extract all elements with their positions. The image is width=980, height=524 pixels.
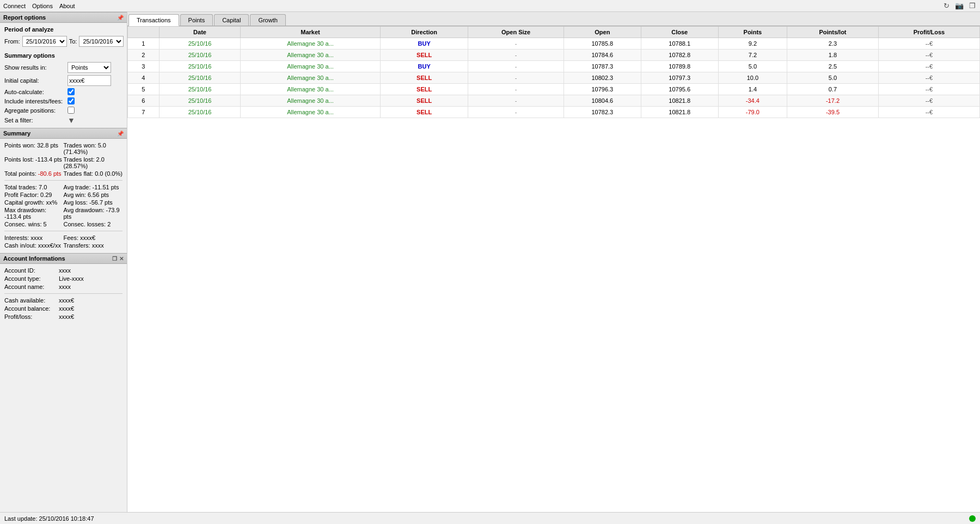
cell-direction: SELL [380, 72, 468, 84]
account-balance-label: Account balance: [4, 305, 59, 312]
trades-won: Trades won: 5.0 (71.43%) [64, 142, 123, 155]
table-row[interactable]: 3 25/10/16 Allemagne 30 a... BUY - 10787… [128, 61, 980, 72]
cell-open-size: - [468, 107, 564, 118]
avg-drawdown: Avg drawdown: -73.9 pts [64, 207, 123, 220]
menu-about[interactable]: About [59, 3, 75, 9]
consec-wins: Consec. wins: 5 [4, 221, 64, 227]
cell-open: 10782.3 [564, 107, 641, 118]
trades-lost: Trades lost: 2.0 (28.57%) [64, 156, 123, 169]
tab-capital[interactable]: Capital [214, 14, 249, 26]
tab-transactions[interactable]: Transactions [128, 14, 179, 26]
menubar-right: ↻ 📷 ❐ [942, 2, 977, 10]
avg-win: Avg win: 6.56 pts [64, 192, 123, 198]
account-label: Account Informations [3, 255, 65, 262]
menubar-left: Connect Options About [3, 3, 75, 9]
summary-row-5: Profit Factor: 0.29 Avg win: 6.56 pts [4, 192, 122, 198]
menu-options[interactable]: Options [32, 3, 53, 9]
from-date-select[interactable]: 25/10/2016 [22, 36, 67, 47]
cell-open: 10784.6 [564, 50, 641, 61]
cell-market: Allemagne 30 a... [241, 61, 380, 72]
cell-open: 10796.3 [564, 84, 641, 95]
cell-points: 10.0 [718, 72, 787, 84]
initial-capital-input[interactable] [68, 75, 111, 86]
cell-open-size: - [468, 38, 564, 50]
interests: Interests: xxxx [4, 235, 64, 241]
cell-profit-loss: --€ [878, 72, 979, 84]
account-id-row: Account ID: xxxx [4, 267, 122, 274]
cell-num: 5 [128, 84, 160, 95]
cell-close: 10789.8 [641, 61, 718, 72]
cell-direction: SELL [380, 95, 468, 107]
agregate-checkbox[interactable] [68, 107, 75, 114]
summary-pin-icon[interactable]: 📌 [117, 131, 124, 137]
filter-icon[interactable]: ▼ [68, 116, 75, 125]
cell-open: 10804.6 [564, 95, 641, 107]
cell-points-lot: 0.7 [787, 84, 879, 95]
tab-points[interactable]: Points [180, 14, 213, 26]
refresh-icon[interactable]: ↻ [942, 2, 951, 10]
table-body: 1 25/10/16 Allemagne 30 a... BUY - 10785… [128, 38, 980, 118]
report-options-pin-icon[interactable]: 📌 [117, 15, 124, 21]
cell-date: 25/10/16 [159, 38, 241, 50]
summary-header: Summary 📌 [0, 128, 127, 139]
cell-profit-loss: --€ [878, 38, 979, 50]
auto-calculate-checkbox[interactable] [68, 88, 75, 95]
initial-capital-row: Initial capital: [4, 75, 122, 86]
to-date-select[interactable]: 25/10/2016 [79, 36, 124, 47]
camera-icon[interactable]: 📷 [954, 2, 965, 10]
menu-connect[interactable]: Connect [3, 3, 26, 9]
cell-points: -79.0 [718, 107, 787, 118]
avg-loss: Avg loss: -56.7 pts [64, 199, 123, 206]
table-row[interactable]: 2 25/10/16 Allemagne 30 a... SELL - 1078… [128, 50, 980, 61]
profit-loss-row: Profit/loss: xxxx€ [4, 313, 122, 320]
col-profit-loss: Profit/Loss [878, 27, 979, 38]
summary-row-10: Cash in/out: xxxx€/xx Transfers: xxxx [4, 242, 122, 249]
tab-growth[interactable]: Growth [250, 14, 285, 26]
cash-available-label: Cash available: [4, 297, 59, 304]
cash-available-row: Cash available: xxxx€ [4, 297, 122, 304]
include-interests-checkbox[interactable] [68, 97, 75, 104]
table-row[interactable]: 1 25/10/16 Allemagne 30 a... BUY - 10785… [128, 38, 980, 50]
cell-open: 10787.3 [564, 61, 641, 72]
include-interests-row: Include interests/fees: [4, 97, 122, 104]
table-row[interactable]: 6 25/10/16 Allemagne 30 a... SELL - 1080… [128, 95, 980, 107]
account-panel: Account ID: xxxx Account type: Live-xxxx… [0, 264, 127, 325]
show-results-select[interactable]: Points Currency Percent [68, 62, 111, 73]
agregate-row: Agregate positions: [4, 107, 122, 114]
cell-profit-loss: --€ [878, 50, 979, 61]
menubar: Connect Options About ↻ 📷 ❐ [0, 0, 980, 12]
cell-points-lot: 1.8 [787, 50, 879, 61]
cell-profit-loss: --€ [878, 107, 979, 118]
tabs-bar: Transactions Points Capital Growth [127, 12, 980, 26]
table-row[interactable]: 5 25/10/16 Allemagne 30 a... SELL - 1079… [128, 84, 980, 95]
table-header-row: Date Market Direction Open Size Open Clo… [128, 27, 980, 38]
cell-points-lot: 5.0 [787, 72, 879, 84]
include-interests-label: Include interests/fees: [4, 98, 64, 104]
table-area: Date Market Direction Open Size Open Clo… [127, 26, 980, 512]
cell-open: 10802.3 [564, 72, 641, 84]
summary-row-6: Capital growth: xx% Avg loss: -56.7 pts [4, 199, 122, 206]
col-direction: Direction [380, 27, 468, 38]
cash-inout: Cash in/out: xxxx€/xx [4, 242, 64, 249]
from-label: From: [4, 38, 20, 45]
cell-close: 10788.1 [641, 38, 718, 50]
table-row[interactable]: 4 25/10/16 Allemagne 30 a... SELL - 1080… [128, 72, 980, 84]
col-points: Points [718, 27, 787, 38]
cell-open-size: - [468, 61, 564, 72]
cell-profit-loss: --€ [878, 95, 979, 107]
account-expand-icon[interactable]: ❐ [112, 256, 117, 262]
cell-date: 25/10/16 [159, 72, 241, 84]
agregate-label: Agregate positions: [4, 107, 64, 114]
cell-num: 3 [128, 61, 160, 72]
summary-label: Summary [3, 130, 30, 137]
window-icon[interactable]: ❐ [968, 2, 977, 10]
cell-points: 1.4 [718, 84, 787, 95]
cell-close: 10797.3 [641, 72, 718, 84]
cell-points: 7.2 [718, 50, 787, 61]
show-results-label: Show results in: [4, 64, 64, 71]
table-row[interactable]: 7 25/10/16 Allemagne 30 a... SELL - 1078… [128, 107, 980, 118]
show-results-row: Show results in: Points Currency Percent [4, 62, 122, 73]
account-balance-row: Account balance: xxxx€ [4, 305, 122, 312]
account-close-icon[interactable]: ✕ [119, 256, 124, 262]
account-name-value: xxxx [59, 283, 71, 290]
